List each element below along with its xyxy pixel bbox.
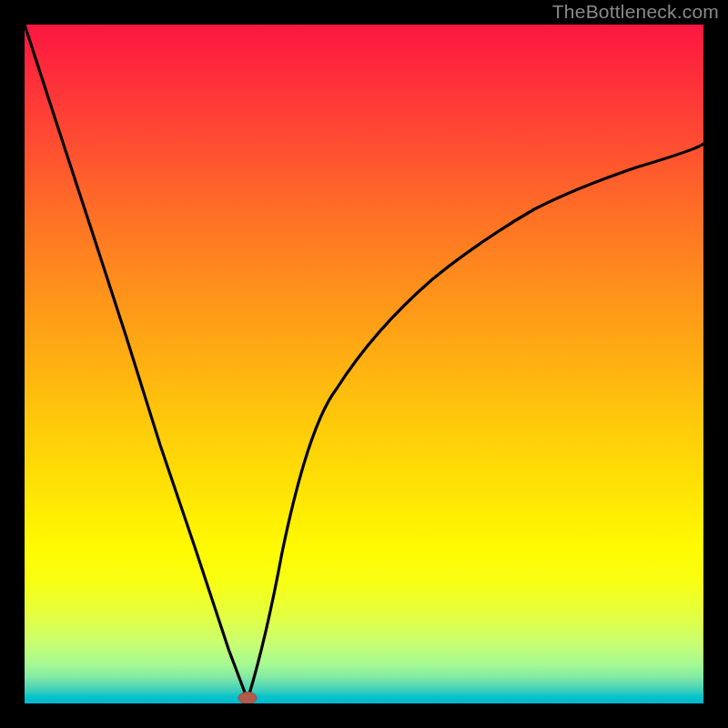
- curve-right-branch: [248, 144, 703, 700]
- chart-frame: TheBottleneck.com: [0, 0, 728, 728]
- watermark-text: TheBottleneck.com: [552, 0, 719, 24]
- curve-left-branch: [25, 25, 248, 700]
- optimal-point-marker: [238, 693, 257, 704]
- curve-layer: [25, 25, 703, 703]
- plot-area: [25, 25, 703, 703]
